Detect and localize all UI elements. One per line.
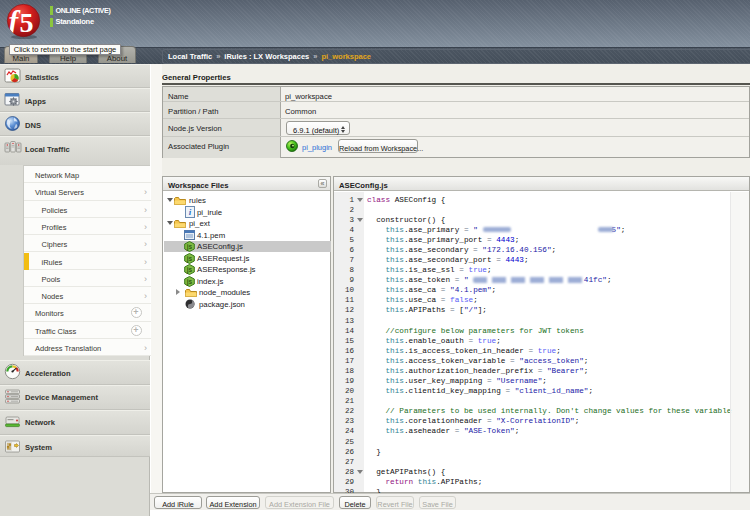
svg-text:js: js [186, 255, 193, 263]
svg-text:5: 5 [20, 7, 34, 38]
svg-text:js: js [186, 243, 193, 251]
svg-text:js: js [186, 266, 193, 274]
svg-text:js: js [186, 278, 193, 286]
